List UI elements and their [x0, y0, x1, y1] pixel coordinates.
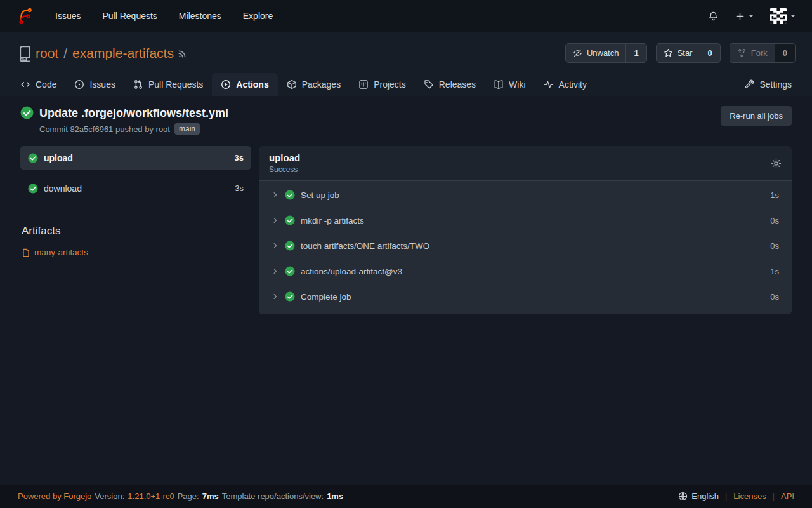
job-detail-header: upload Success: [259, 146, 792, 181]
success-check-icon: [28, 184, 38, 194]
tab-issues[interactable]: Issues: [65, 73, 124, 96]
jobs-sidebar: upload 3s download 3s Artifacts many-art…: [20, 146, 251, 258]
tab-settings[interactable]: Settings: [735, 73, 801, 96]
divider: |: [773, 491, 775, 501]
tab-label: Activity: [559, 79, 587, 90]
divider: |: [725, 491, 727, 501]
step-row[interactable]: actions/upload-artifact@v3 1s: [259, 258, 792, 284]
play-circle-icon: [221, 79, 231, 90]
rss-icon[interactable]: [178, 48, 188, 58]
create-new-menu[interactable]: [735, 11, 754, 21]
book-icon: [494, 79, 504, 90]
branch-badge[interactable]: main: [174, 123, 200, 135]
user-menu[interactable]: [770, 8, 796, 24]
watch-button[interactable]: Unwatch 1: [565, 43, 647, 63]
job-item-upload[interactable]: upload 3s: [20, 146, 251, 170]
tab-projects[interactable]: Projects: [350, 73, 415, 96]
step-row[interactable]: mkdir -p artifacts 0s: [259, 208, 792, 233]
tab-wiki[interactable]: Wiki: [485, 73, 534, 96]
tab-releases[interactable]: Releases: [415, 73, 485, 96]
watch-count[interactable]: 1: [625, 44, 646, 62]
licenses-link[interactable]: Licenses: [733, 491, 766, 501]
gear-icon[interactable]: [771, 158, 782, 169]
chevron-right-icon[interactable]: [272, 242, 279, 250]
repo-tabs: Code Issues Pull Requests Actions: [0, 69, 812, 96]
tab-label: Issues: [89, 79, 115, 90]
steps-list: Set up job 1s mkdir -p artifacts 0s: [259, 181, 792, 314]
step-row[interactable]: Complete job 0s: [259, 284, 792, 309]
language-label: English: [691, 491, 719, 501]
workflow-run-header: Update .forgejo/workflows/test.yml Commi…: [0, 96, 812, 144]
star-icon: [664, 48, 673, 58]
issue-circle-icon: [74, 79, 84, 90]
nav-issues[interactable]: Issues: [55, 11, 81, 21]
fork-count[interactable]: 0: [775, 44, 795, 62]
pull-request-icon: [133, 79, 143, 90]
tab-label: Releases: [439, 79, 476, 90]
pulse-icon: [544, 79, 554, 90]
chevron-right-icon[interactable]: [272, 267, 279, 275]
fork-button[interactable]: Fork 0: [730, 43, 796, 63]
repo-header: root / example-artifacts: [0, 32, 812, 96]
powered-by-link[interactable]: Powered by Forgejo: [18, 491, 91, 501]
step-duration: 1s: [770, 267, 779, 276]
job-item-download[interactable]: download 3s: [20, 177, 251, 200]
chevron-right-icon[interactable]: [272, 293, 279, 300]
tab-label: Projects: [374, 79, 406, 90]
repo-owner-link[interactable]: root: [36, 46, 58, 61]
artifact-item: many-artifacts: [20, 246, 251, 258]
tab-code[interactable]: Code: [11, 73, 65, 96]
chevron-down-icon: [749, 15, 754, 17]
success-check-icon: [285, 215, 295, 225]
template-time: 1ms: [327, 491, 343, 501]
page-label: Page:: [178, 491, 199, 501]
artifact-download-link[interactable]: many-artifacts: [34, 248, 88, 257]
step-duration: 1s: [770, 190, 779, 200]
tab-actions[interactable]: Actions: [212, 73, 277, 96]
tab-packages[interactable]: Packages: [278, 73, 350, 96]
globe-icon: [678, 491, 688, 501]
success-check-icon: [285, 291, 295, 302]
language-selector[interactable]: English: [678, 491, 719, 501]
success-check-icon: [285, 241, 295, 251]
star-label: Star: [678, 48, 693, 58]
step-duration: 0s: [770, 241, 779, 251]
job-detail-name: upload: [269, 152, 300, 163]
step-row[interactable]: Set up job 1s: [259, 182, 792, 208]
breadcrumb-separator: /: [63, 46, 67, 61]
footer: Powered by Forgejo Version: 1.21.0+1-rc0…: [0, 485, 812, 508]
repo-name-link[interactable]: example-artifacts: [72, 46, 174, 61]
version-label: Version:: [95, 491, 124, 501]
api-link[interactable]: API: [781, 491, 794, 501]
tab-label: Code: [36, 79, 56, 90]
template-label: Template repo/actions/view:: [222, 491, 324, 501]
job-name: download: [44, 184, 82, 194]
job-duration: 3s: [235, 184, 244, 193]
plus-icon: [735, 11, 745, 21]
package-icon: [287, 79, 297, 90]
run-body: upload 3s download 3s Artifacts many-art…: [0, 144, 812, 314]
star-count[interactable]: 0: [700, 44, 720, 62]
nav-milestones[interactable]: Milestones: [179, 11, 221, 21]
notifications-bell-icon[interactable]: [708, 11, 719, 22]
top-navbar: Issues Pull Requests Milestones Explore: [0, 0, 812, 32]
chevron-right-icon[interactable]: [272, 217, 279, 224]
step-name: touch artifacts/ONE artifacts/TWO: [301, 241, 429, 251]
star-button[interactable]: Star 0: [656, 43, 721, 63]
job-detail-panel: upload Success Set up job 1s: [259, 146, 792, 314]
success-check-icon: [28, 153, 38, 163]
tab-pull-requests[interactable]: Pull Requests: [124, 73, 212, 96]
tab-activity[interactable]: Activity: [535, 73, 596, 96]
nav-pull-requests[interactable]: Pull Requests: [102, 11, 157, 21]
nav-explore[interactable]: Explore: [243, 11, 273, 21]
fork-icon: [737, 48, 747, 58]
step-row[interactable]: touch artifacts/ONE artifacts/TWO 0s: [259, 233, 792, 258]
watch-label: Unwatch: [587, 48, 619, 58]
version-link[interactable]: 1.21.0+1-rc0: [128, 491, 174, 501]
artifacts-heading: Artifacts: [22, 225, 250, 237]
tab-label: Packages: [302, 79, 341, 90]
chevron-right-icon[interactable]: [272, 191, 279, 199]
forgejo-logo[interactable]: [16, 8, 34, 25]
rerun-all-jobs-button[interactable]: Re-run all jobs: [721, 106, 792, 126]
commit-info: Commit 82a5cf6961 pushed by root: [39, 124, 170, 134]
